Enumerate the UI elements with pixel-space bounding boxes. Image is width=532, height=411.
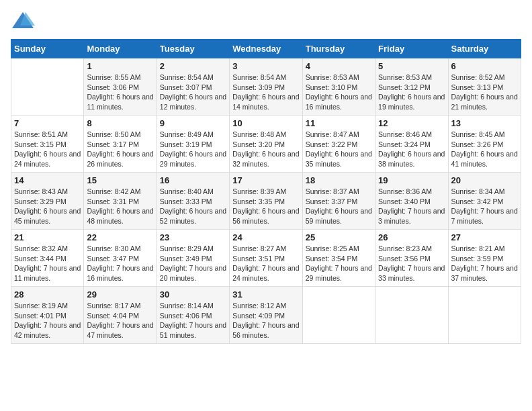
day-cell: 5Sunrise: 8:53 AMSunset: 3:12 PMDaylight…	[375, 58, 448, 116]
day-detail: Sunrise: 8:25 AMSunset: 3:54 PMDaylight:…	[306, 244, 372, 283]
day-cell	[302, 287, 375, 344]
week-row-5: 28Sunrise: 8:19 AMSunset: 4:01 PMDayligh…	[11, 287, 521, 344]
day-cell: 9Sunrise: 8:49 AMSunset: 3:19 PMDaylight…	[157, 116, 229, 173]
day-number: 8	[87, 118, 153, 128]
day-detail: Sunrise: 8:42 AMSunset: 3:31 PMDaylight:…	[87, 187, 153, 226]
col-wednesday: Wednesday	[230, 40, 302, 58]
col-saturday: Saturday	[448, 40, 521, 58]
day-cell: 12Sunrise: 8:46 AMSunset: 3:24 PMDayligh…	[375, 116, 448, 173]
day-number: 9	[160, 118, 226, 128]
week-row-3: 14Sunrise: 8:43 AMSunset: 3:29 PMDayligh…	[11, 173, 521, 230]
day-detail: Sunrise: 8:49 AMSunset: 3:19 PMDaylight:…	[160, 130, 226, 169]
day-cell: 30Sunrise: 8:14 AMSunset: 4:06 PMDayligh…	[157, 287, 229, 344]
day-detail: Sunrise: 8:51 AMSunset: 3:15 PMDaylight:…	[14, 130, 81, 169]
day-number: 25	[306, 232, 372, 242]
day-number: 22	[87, 232, 153, 242]
day-detail: Sunrise: 8:37 AMSunset: 3:37 PMDaylight:…	[306, 187, 372, 226]
day-detail: Sunrise: 8:53 AMSunset: 3:10 PMDaylight:…	[306, 73, 372, 112]
day-cell: 27Sunrise: 8:21 AMSunset: 3:59 PMDayligh…	[448, 230, 521, 287]
day-cell: 3Sunrise: 8:54 AMSunset: 3:09 PMDaylight…	[230, 58, 302, 116]
day-detail: Sunrise: 8:45 AMSunset: 3:26 PMDaylight:…	[451, 130, 518, 169]
day-number: 7	[14, 118, 81, 128]
logo	[11, 11, 38, 31]
day-detail: Sunrise: 8:30 AMSunset: 3:47 PMDaylight:…	[87, 244, 153, 283]
day-detail: Sunrise: 8:34 AMSunset: 3:42 PMDaylight:…	[451, 187, 518, 226]
day-cell: 7Sunrise: 8:51 AMSunset: 3:15 PMDaylight…	[11, 116, 84, 173]
day-cell: 24Sunrise: 8:27 AMSunset: 3:51 PMDayligh…	[230, 230, 302, 287]
day-cell: 18Sunrise: 8:37 AMSunset: 3:37 PMDayligh…	[302, 173, 375, 230]
day-cell: 17Sunrise: 8:39 AMSunset: 3:35 PMDayligh…	[230, 173, 302, 230]
day-number: 11	[306, 118, 372, 128]
day-cell: 4Sunrise: 8:53 AMSunset: 3:10 PMDaylight…	[302, 58, 375, 116]
day-cell: 20Sunrise: 8:34 AMSunset: 3:42 PMDayligh…	[448, 173, 521, 230]
col-monday: Monday	[84, 40, 157, 58]
day-detail: Sunrise: 8:19 AMSunset: 4:01 PMDaylight:…	[14, 301, 81, 340]
day-number: 2	[160, 61, 226, 71]
day-detail: Sunrise: 8:48 AMSunset: 3:20 PMDaylight:…	[232, 130, 299, 169]
day-cell	[11, 58, 84, 116]
day-number: 28	[14, 289, 81, 300]
day-number: 21	[14, 232, 81, 242]
calendar-body: 1Sunrise: 8:55 AMSunset: 3:06 PMDaylight…	[11, 58, 521, 344]
day-number: 17	[232, 175, 299, 185]
day-detail: Sunrise: 8:17 AMSunset: 4:04 PMDaylight:…	[87, 301, 153, 340]
day-detail: Sunrise: 8:40 AMSunset: 3:33 PMDaylight:…	[160, 187, 226, 226]
day-number: 18	[306, 175, 372, 185]
day-cell: 29Sunrise: 8:17 AMSunset: 4:04 PMDayligh…	[84, 287, 157, 344]
day-cell	[375, 287, 448, 344]
day-number: 27	[451, 232, 518, 242]
day-detail: Sunrise: 8:36 AMSunset: 3:40 PMDaylight:…	[378, 187, 445, 226]
col-thursday: Thursday	[302, 40, 375, 58]
day-cell: 1Sunrise: 8:55 AMSunset: 3:06 PMDaylight…	[84, 58, 157, 116]
day-detail: Sunrise: 8:50 AMSunset: 3:17 PMDaylight:…	[87, 130, 153, 169]
day-number: 24	[232, 232, 299, 242]
week-row-4: 21Sunrise: 8:32 AMSunset: 3:44 PMDayligh…	[11, 230, 521, 287]
day-detail: Sunrise: 8:54 AMSunset: 3:07 PMDaylight:…	[160, 73, 226, 112]
day-number: 16	[160, 175, 226, 185]
day-cell: 26Sunrise: 8:23 AMSunset: 3:56 PMDayligh…	[375, 230, 448, 287]
day-cell: 22Sunrise: 8:30 AMSunset: 3:47 PMDayligh…	[84, 230, 157, 287]
day-detail: Sunrise: 8:21 AMSunset: 3:59 PMDaylight:…	[451, 244, 518, 283]
day-cell: 6Sunrise: 8:52 AMSunset: 3:13 PMDaylight…	[448, 58, 521, 116]
calendar-table: Sunday Monday Tuesday Wednesday Thursday…	[11, 39, 521, 344]
day-cell: 10Sunrise: 8:48 AMSunset: 3:20 PMDayligh…	[230, 116, 302, 173]
day-cell: 8Sunrise: 8:50 AMSunset: 3:17 PMDaylight…	[84, 116, 157, 173]
day-number: 6	[451, 61, 518, 71]
col-sunday: Sunday	[11, 40, 84, 58]
header-row: Sunday Monday Tuesday Wednesday Thursday…	[11, 40, 521, 58]
day-cell: 28Sunrise: 8:19 AMSunset: 4:01 PMDayligh…	[11, 287, 84, 344]
day-cell	[448, 287, 521, 344]
day-detail: Sunrise: 8:23 AMSunset: 3:56 PMDaylight:…	[378, 244, 445, 283]
day-cell: 21Sunrise: 8:32 AMSunset: 3:44 PMDayligh…	[11, 230, 84, 287]
week-row-2: 7Sunrise: 8:51 AMSunset: 3:15 PMDaylight…	[11, 116, 521, 173]
day-cell: 19Sunrise: 8:36 AMSunset: 3:40 PMDayligh…	[375, 173, 448, 230]
day-number: 3	[232, 61, 299, 71]
day-cell: 16Sunrise: 8:40 AMSunset: 3:33 PMDayligh…	[157, 173, 229, 230]
logo-icon	[11, 11, 35, 31]
day-cell: 31Sunrise: 8:12 AMSunset: 4:09 PMDayligh…	[230, 287, 302, 344]
day-number: 29	[87, 289, 153, 300]
day-detail: Sunrise: 8:52 AMSunset: 3:13 PMDaylight:…	[451, 73, 518, 112]
day-number: 12	[378, 118, 445, 128]
day-cell: 11Sunrise: 8:47 AMSunset: 3:22 PMDayligh…	[302, 116, 375, 173]
day-detail: Sunrise: 8:32 AMSunset: 3:44 PMDaylight:…	[14, 244, 81, 283]
page-header	[11, 11, 521, 31]
day-detail: Sunrise: 8:43 AMSunset: 3:29 PMDaylight:…	[14, 187, 81, 226]
day-number: 31	[232, 289, 299, 300]
day-detail: Sunrise: 8:14 AMSunset: 4:06 PMDaylight:…	[160, 301, 226, 340]
day-number: 20	[451, 175, 518, 185]
day-number: 13	[451, 118, 518, 128]
day-detail: Sunrise: 8:39 AMSunset: 3:35 PMDaylight:…	[232, 187, 299, 226]
day-detail: Sunrise: 8:47 AMSunset: 3:22 PMDaylight:…	[306, 130, 372, 169]
day-detail: Sunrise: 8:46 AMSunset: 3:24 PMDaylight:…	[378, 130, 445, 169]
day-number: 5	[378, 61, 445, 71]
day-number: 4	[306, 61, 372, 71]
day-cell: 15Sunrise: 8:42 AMSunset: 3:31 PMDayligh…	[84, 173, 157, 230]
day-number: 26	[378, 232, 445, 242]
day-number: 15	[87, 175, 153, 185]
day-detail: Sunrise: 8:55 AMSunset: 3:06 PMDaylight:…	[87, 73, 153, 112]
col-tuesday: Tuesday	[157, 40, 229, 58]
col-friday: Friday	[375, 40, 448, 58]
day-cell: 25Sunrise: 8:25 AMSunset: 3:54 PMDayligh…	[302, 230, 375, 287]
day-detail: Sunrise: 8:12 AMSunset: 4:09 PMDaylight:…	[232, 301, 299, 340]
